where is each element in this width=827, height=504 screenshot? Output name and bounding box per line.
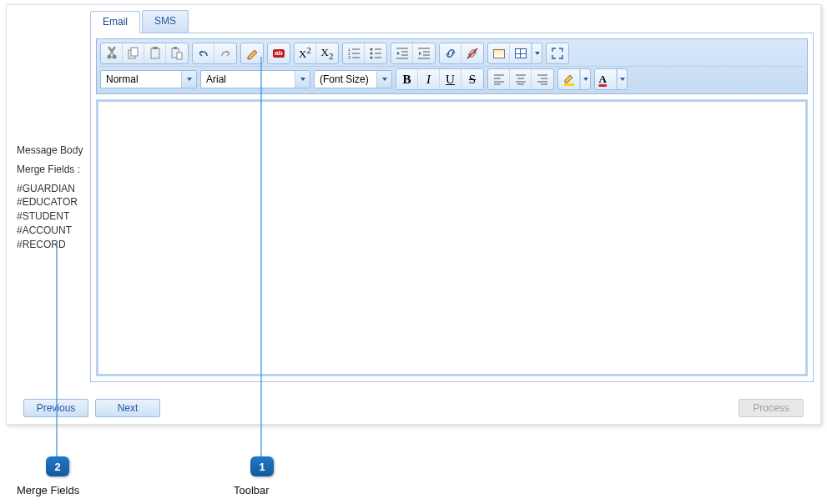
list-group: 123	[342, 43, 387, 64]
editor-toolbar: ab X2 X2	[96, 38, 808, 94]
image-icon	[493, 49, 505, 58]
svg-text:3: 3	[348, 55, 350, 60]
align-left-button[interactable]	[488, 69, 510, 89]
merge-field: #EDUCATOR	[17, 195, 90, 209]
tab-email[interactable]: Email	[90, 11, 140, 33]
style-group: B I U S	[396, 68, 484, 90]
tab-sms[interactable]: SMS	[142, 10, 189, 33]
indent-group	[391, 43, 436, 64]
align-right-button[interactable]	[532, 69, 553, 89]
chevron-down-icon	[295, 71, 310, 88]
highlight-button[interactable]	[558, 69, 580, 89]
svg-point-13	[371, 48, 373, 51]
unordered-list-button[interactable]	[365, 43, 386, 63]
table-dropdown[interactable]	[532, 43, 542, 63]
svg-rect-1	[131, 48, 138, 56]
editor-textarea[interactable]	[96, 99, 808, 376]
svg-rect-2	[151, 48, 159, 58]
align-group	[487, 68, 554, 90]
undo-button[interactable]	[193, 43, 214, 63]
paragraph-style-value: Normal	[101, 73, 181, 85]
clipboard-group	[100, 43, 189, 64]
align-center-button[interactable]	[510, 69, 532, 89]
indent-button[interactable]	[413, 43, 435, 63]
insert-image-button[interactable]	[488, 43, 510, 63]
font-family-select[interactable]: Arial	[200, 70, 310, 88]
redo-button[interactable]	[214, 43, 236, 63]
strikethrough-button[interactable]: S	[461, 69, 483, 89]
insert-group	[487, 43, 542, 64]
editor-panel: ab X2 X2	[90, 33, 814, 382]
remove-link-button[interactable]	[461, 43, 483, 63]
fontcolor-dropdown[interactable]	[617, 69, 627, 89]
superscript-button[interactable]: X2	[295, 43, 316, 63]
fullscreen-group	[546, 43, 569, 64]
merge-field: #STUDENT	[17, 209, 90, 224]
outdent-button[interactable]	[391, 43, 413, 63]
merge-field: #ACCOUNT	[17, 224, 90, 238]
font-size-value: (Font Size)	[315, 73, 376, 85]
svg-point-14	[371, 53, 373, 55]
paste-special-button[interactable]	[166, 43, 188, 63]
highlight-group	[557, 68, 591, 90]
svg-rect-6	[177, 53, 182, 59]
spellcheck-button[interactable]: ab	[268, 43, 290, 63]
svg-rect-3	[153, 47, 158, 49]
clear-group	[240, 43, 264, 64]
chevron-down-icon	[181, 71, 196, 88]
font-family-value: Arial	[201, 73, 295, 85]
callout-label-toolbar: Toolbar	[234, 484, 270, 496]
script-group: X2 X2	[294, 43, 339, 64]
bold-button[interactable]: B	[396, 69, 418, 89]
spellcheck-icon: ab	[273, 49, 284, 58]
svg-point-15	[371, 57, 373, 59]
paragraph-style-select[interactable]: Normal	[100, 70, 197, 88]
highlight-dropdown[interactable]	[580, 69, 590, 89]
tab-strip: Email SMS	[90, 10, 814, 33]
cut-button[interactable]	[101, 43, 123, 63]
paste-button[interactable]	[144, 43, 166, 63]
insert-link-button[interactable]	[440, 43, 461, 63]
merge-field: #GUARDIAN	[17, 182, 90, 196]
fullscreen-button[interactable]	[547, 43, 568, 63]
svg-rect-5	[174, 47, 177, 49]
fontcolor-button[interactable]: A	[595, 69, 617, 89]
insert-table-button[interactable]	[510, 43, 532, 63]
italic-button[interactable]: I	[418, 69, 440, 89]
merge-fields-list: #GUARDIAN #EDUCATOR #STUDENT #ACCOUNT #R…	[17, 182, 90, 252]
chevron-down-icon	[376, 71, 391, 88]
subscript-button[interactable]: X2	[316, 43, 338, 63]
fontcolor-group: A	[594, 68, 628, 90]
next-button[interactable]: Next	[95, 399, 160, 417]
merge-field: #RECORD	[17, 238, 90, 252]
copy-button[interactable]	[123, 43, 144, 63]
merge-fields-label: Merge Fields :	[17, 163, 90, 177]
ordered-list-button[interactable]: 123	[343, 43, 365, 63]
underline-button[interactable]: U	[440, 69, 461, 89]
clear-format-button[interactable]	[241, 43, 263, 63]
sidebar: Message Body Merge Fields : #GUARDIAN #E…	[13, 10, 90, 419]
undo-redo-group	[192, 43, 237, 64]
callout-label-merge: Merge Fields	[17, 484, 79, 496]
main-panel: Message Body Merge Fields : #GUARDIAN #E…	[6, 4, 821, 425]
message-body-label: Message Body	[17, 144, 90, 158]
process-button[interactable]: Process	[739, 399, 804, 417]
previous-button[interactable]: Previous	[23, 399, 88, 417]
highlight-icon	[562, 73, 576, 86]
table-icon	[515, 48, 527, 58]
link-group	[439, 43, 484, 64]
fontcolor-icon: A	[599, 73, 613, 86]
callout-badge-1: 1	[250, 456, 274, 476]
callout-badge-2: 2	[46, 456, 69, 476]
font-size-select[interactable]: (Font Size)	[314, 70, 392, 88]
spellcheck-group: ab	[267, 43, 290, 64]
